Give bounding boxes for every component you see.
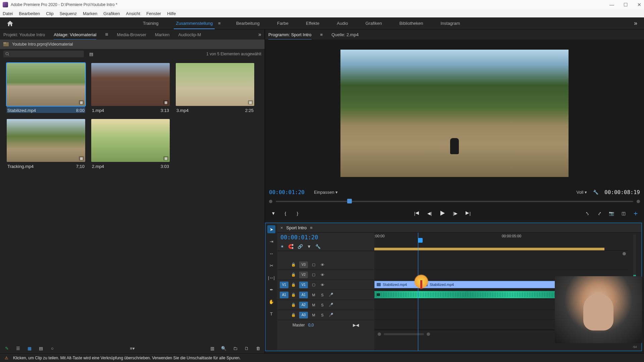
quality-dropdown[interactable]: Voll ▾ bbox=[576, 190, 587, 195]
track-header-v2[interactable]: 🔒V2▢👁 bbox=[277, 270, 374, 280]
tab-projekt[interactable]: Projekt: Youtube Intro bbox=[3, 32, 45, 37]
extract-icon[interactable]: ⤤ bbox=[596, 209, 603, 217]
fit-dropdown[interactable]: Einpassen ▾ bbox=[311, 189, 341, 195]
track-header-v3[interactable]: 🔒V3▢👁 bbox=[277, 260, 374, 270]
workspace-overflow-icon[interactable]: » bbox=[634, 20, 637, 27]
workspace-bibliotheken[interactable]: Bibliotheken bbox=[397, 21, 425, 26]
linked-selection-icon[interactable]: 🔗 bbox=[298, 244, 303, 249]
workspace-training[interactable]: Training bbox=[141, 21, 160, 26]
tab-programm[interactable]: Programm: Sport Intro bbox=[268, 32, 312, 40]
mute-toggle[interactable]: M bbox=[311, 303, 317, 307]
track-header-a3[interactable]: 🔒A3MS🎤 bbox=[277, 310, 374, 320]
track-header-v1[interactable]: V1🔒V1▢👁 bbox=[277, 280, 374, 290]
step-back-icon[interactable]: ◀| bbox=[426, 209, 433, 217]
menu-grafiken[interactable]: Grafiken bbox=[103, 11, 120, 16]
clip-item[interactable]: ▦ 1.mp43:13 bbox=[91, 63, 170, 113]
sync-lock-icon[interactable]: ▢ bbox=[311, 273, 317, 277]
menu-clip[interactable]: Clip bbox=[46, 11, 53, 16]
bin-icon[interactable] bbox=[3, 42, 9, 46]
lock-icon[interactable]: 🔒 bbox=[291, 283, 297, 287]
track-select-tool-icon[interactable]: ⇥ bbox=[267, 237, 275, 245]
solo-toggle[interactable]: S bbox=[319, 313, 325, 317]
play-button[interactable] bbox=[439, 209, 446, 217]
program-scrub-bar[interactable] bbox=[265, 197, 644, 206]
tab-audioclip[interactable]: Audioclip-M bbox=[178, 32, 201, 37]
automate-icon[interactable]: ▥ bbox=[210, 346, 215, 351]
eye-icon[interactable]: 👁 bbox=[319, 283, 325, 287]
program-viewport[interactable] bbox=[340, 50, 569, 177]
tab-quelle[interactable]: Quelle: 2.mp4 bbox=[331, 32, 359, 37]
menu-bearbeiten[interactable]: Bearbeiten bbox=[19, 11, 40, 16]
list-view-icon[interactable]: ☰ bbox=[15, 346, 21, 351]
panel-menu-icon[interactable]: ≡ bbox=[105, 32, 108, 38]
nest-icon[interactable]: ✴ bbox=[280, 244, 284, 249]
workspace-bearbeitung[interactable]: Bearbeitung bbox=[234, 21, 262, 26]
go-to-in-icon[interactable]: |⯇ bbox=[413, 209, 421, 217]
add-marker-icon[interactable]: ▼ bbox=[307, 244, 311, 249]
workspace-farbe[interactable]: Farbe bbox=[275, 21, 290, 26]
tab-media-browser[interactable]: Media-Browser bbox=[117, 32, 146, 37]
clip-item[interactable]: ▦ Tracking.mp47;10 bbox=[7, 119, 85, 169]
sequence-close-icon[interactable]: × bbox=[280, 225, 283, 230]
zoom-handle-left[interactable] bbox=[378, 333, 381, 336]
wrench-icon[interactable]: 🔧 bbox=[593, 189, 598, 195]
delete-icon[interactable]: 🗑 bbox=[255, 346, 261, 351]
workspace-effekte[interactable]: Effekte bbox=[304, 21, 321, 26]
lock-icon[interactable]: 🔒 bbox=[291, 273, 297, 277]
master-track[interactable]: Master0,0▶◀ bbox=[277, 320, 374, 330]
timeline-timecode[interactable]: 00:00:01:20 bbox=[277, 233, 374, 242]
track-header-a2[interactable]: 🔒A2MS🎤 bbox=[277, 300, 374, 310]
go-to-out-icon[interactable]: ⯈| bbox=[464, 209, 472, 217]
time-ruler[interactable]: :00:00 00:00:05:00 bbox=[374, 233, 628, 251]
selection-tool-icon[interactable]: ➤ bbox=[267, 225, 275, 233]
eye-icon[interactable]: 👁 bbox=[319, 273, 325, 277]
panel-menu-icon[interactable]: ≡ bbox=[320, 32, 323, 37]
play-around-icon[interactable]: ▶◀ bbox=[353, 323, 359, 327]
menu-sequenz[interactable]: Sequenz bbox=[60, 11, 77, 16]
sync-lock-icon[interactable]: ▢ bbox=[311, 262, 317, 267]
track-header-a1[interactable]: A1🔒A1MS🎤 bbox=[277, 290, 374, 300]
tab-ablage[interactable]: Ablage: Videomaterial bbox=[54, 32, 96, 40]
scrub-handle[interactable] bbox=[347, 199, 352, 203]
type-tool-icon[interactable]: T bbox=[267, 310, 275, 318]
zoom-slider-icon[interactable]: ○ bbox=[50, 346, 55, 351]
record-icon[interactable]: 🎤 bbox=[328, 293, 334, 297]
freeform-view-icon[interactable]: ▤ bbox=[38, 346, 44, 351]
new-item-dropdown-icon[interactable]: 🗋 bbox=[244, 346, 249, 351]
workspace-grafiken[interactable]: Grafiken bbox=[363, 21, 384, 26]
lock-icon[interactable]: 🔒 bbox=[291, 303, 297, 307]
slip-tool-icon[interactable]: |↔| bbox=[267, 274, 275, 282]
sequence-name[interactable]: Sport Intro bbox=[286, 225, 307, 230]
pen-tool-icon[interactable]: ✒ bbox=[267, 286, 275, 294]
eye-icon[interactable]: 👁 bbox=[319, 263, 325, 267]
source-patch[interactable]: V1 bbox=[280, 282, 288, 288]
find-icon[interactable]: 🔍 bbox=[221, 346, 226, 351]
lock-icon[interactable]: 🔒 bbox=[291, 262, 297, 267]
workspace-audio[interactable]: Audio bbox=[335, 21, 350, 26]
solo-toggle[interactable]: S bbox=[319, 293, 325, 297]
workspace-zusammenstellung[interactable]: Zusammenstellung bbox=[174, 21, 215, 29]
mute-toggle[interactable]: M bbox=[311, 293, 317, 297]
marker-icon[interactable]: ▼ bbox=[270, 209, 277, 217]
menu-fenster[interactable]: Fenster bbox=[146, 11, 161, 16]
razor-tool-icon[interactable]: ✂ bbox=[267, 261, 275, 269]
export-frame-icon[interactable]: 📷 bbox=[608, 209, 615, 217]
minimize-button[interactable]: — bbox=[609, 2, 614, 7]
step-forward-icon[interactable]: |▶ bbox=[451, 209, 459, 217]
record-icon[interactable]: 🎤 bbox=[328, 313, 334, 317]
solo-toggle[interactable]: S bbox=[319, 303, 325, 307]
playhead-handle[interactable] bbox=[418, 238, 423, 243]
new-item-icon[interactable]: ✎ bbox=[4, 346, 9, 351]
sequence-menu-icon[interactable]: ≡ bbox=[310, 225, 313, 230]
work-area-bar[interactable] bbox=[374, 248, 604, 250]
menu-marken[interactable]: Marken bbox=[83, 11, 97, 16]
sort-icon[interactable]: ≡▾ bbox=[130, 346, 135, 351]
tab-marken[interactable]: Marken bbox=[155, 32, 169, 37]
mute-toggle[interactable]: M bbox=[311, 313, 317, 317]
search-input[interactable] bbox=[3, 51, 84, 57]
home-icon[interactable] bbox=[7, 20, 13, 26]
vertical-scroll-icon[interactable] bbox=[623, 252, 626, 255]
track-v3[interactable] bbox=[374, 259, 628, 269]
sync-lock-icon[interactable]: ▢ bbox=[311, 283, 317, 287]
lock-icon[interactable]: 🔒 bbox=[291, 293, 297, 297]
